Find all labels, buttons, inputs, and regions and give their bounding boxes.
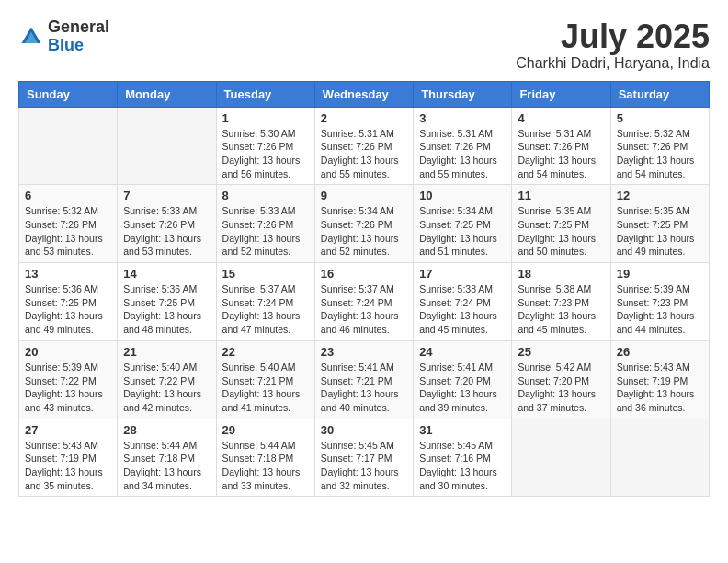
title-section: July 2025 Charkhi Dadri, Haryana, India [516,18,710,72]
day-info: Sunrise: 5:36 AMSunset: 7:25 PMDaylight:… [25,282,111,337]
calendar-cell: 21Sunrise: 5:40 AMSunset: 7:22 PMDayligh… [118,340,216,419]
calendar-cell: 14Sunrise: 5:36 AMSunset: 7:25 PMDayligh… [118,263,216,341]
day-number: 23 [321,345,407,359]
calendar-cell: 25Sunrise: 5:42 AMSunset: 7:20 PMDayligh… [512,340,610,419]
day-info: Sunrise: 5:43 AMSunset: 7:19 PMDaylight:… [617,361,703,415]
calendar-cell: 23Sunrise: 5:41 AMSunset: 7:21 PMDayligh… [314,340,413,419]
calendar-cell [512,419,610,497]
day-info: Sunrise: 5:33 AMSunset: 7:26 PMDaylight:… [222,204,309,259]
day-number: 6 [25,189,111,202]
calendar-cell: 24Sunrise: 5:41 AMSunset: 7:20 PMDayligh… [414,340,512,419]
day-info: Sunrise: 5:35 AMSunset: 7:25 PMDaylight:… [518,204,604,259]
day-info: Sunrise: 5:41 AMSunset: 7:21 PMDaylight:… [321,361,407,415]
calendar-cell: 5Sunrise: 5:32 AMSunset: 7:26 PMDaylight… [610,107,709,185]
logo: General Blue [18,18,109,55]
day-info: Sunrise: 5:42 AMSunset: 7:20 PMDaylight:… [518,361,604,415]
calendar-week-row: 6Sunrise: 5:32 AMSunset: 7:26 PMDaylight… [19,185,710,263]
calendar-cell: 6Sunrise: 5:32 AMSunset: 7:26 PMDaylight… [19,185,118,263]
day-info: Sunrise: 5:44 AMSunset: 7:18 PMDaylight:… [123,439,210,493]
calendar-cell: 22Sunrise: 5:40 AMSunset: 7:21 PMDayligh… [216,340,314,419]
day-number: 7 [123,189,210,202]
day-number: 17 [419,267,506,281]
day-number: 26 [617,345,703,359]
calendar-cell: 27Sunrise: 5:43 AMSunset: 7:19 PMDayligh… [19,419,118,497]
day-number: 10 [419,189,506,202]
calendar-week-row: 20Sunrise: 5:39 AMSunset: 7:22 PMDayligh… [19,340,710,419]
calendar-header-friday: Friday [512,81,610,107]
day-info: Sunrise: 5:43 AMSunset: 7:19 PMDaylight:… [25,439,111,493]
day-number: 27 [25,423,111,437]
day-number: 19 [617,267,703,281]
calendar-header-monday: Monday [118,81,216,107]
day-number: 24 [419,345,506,359]
calendar-cell: 26Sunrise: 5:43 AMSunset: 7:19 PMDayligh… [610,340,709,419]
day-info: Sunrise: 5:31 AMSunset: 7:26 PMDaylight:… [419,127,506,181]
calendar-cell [19,107,118,185]
day-info: Sunrise: 5:38 AMSunset: 7:23 PMDaylight:… [518,282,604,337]
day-info: Sunrise: 5:31 AMSunset: 7:26 PMDaylight:… [321,127,407,181]
day-number: 28 [123,423,210,437]
day-number: 2 [321,111,407,125]
calendar-cell: 9Sunrise: 5:34 AMSunset: 7:26 PMDaylight… [314,185,413,263]
calendar-cell: 18Sunrise: 5:38 AMSunset: 7:23 PMDayligh… [512,263,610,341]
day-number: 14 [123,267,210,281]
day-info: Sunrise: 5:35 AMSunset: 7:25 PMDaylight:… [617,204,703,259]
calendar-cell: 11Sunrise: 5:35 AMSunset: 7:25 PMDayligh… [512,185,610,263]
calendar-header-wednesday: Wednesday [314,81,413,107]
location-subtitle: Charkhi Dadri, Haryana, India [516,55,710,72]
day-number: 20 [25,345,111,359]
day-info: Sunrise: 5:34 AMSunset: 7:25 PMDaylight:… [419,204,506,259]
calendar-week-row: 27Sunrise: 5:43 AMSunset: 7:19 PMDayligh… [19,419,710,497]
day-info: Sunrise: 5:30 AMSunset: 7:26 PMDaylight:… [222,127,309,181]
day-number: 16 [321,267,407,281]
day-info: Sunrise: 5:36 AMSunset: 7:25 PMDaylight:… [123,282,210,337]
calendar-header-saturday: Saturday [610,81,709,107]
calendar-cell: 8Sunrise: 5:33 AMSunset: 7:26 PMDaylight… [216,185,314,263]
calendar-cell: 7Sunrise: 5:33 AMSunset: 7:26 PMDaylight… [118,185,216,263]
day-info: Sunrise: 5:40 AMSunset: 7:21 PMDaylight:… [222,361,309,415]
calendar-cell [118,107,216,185]
calendar-header-sunday: Sunday [19,81,118,107]
logo-general: General [48,17,109,36]
day-number: 12 [617,189,703,202]
calendar-header-thursday: Thursday [414,81,512,107]
day-info: Sunrise: 5:39 AMSunset: 7:22 PMDaylight:… [25,361,111,415]
logo-text: General Blue [48,18,109,55]
logo-icon [18,24,44,50]
page-header: General Blue July 2025 Charkhi Dadri, Ha… [18,18,710,72]
day-number: 29 [222,423,309,437]
day-number: 11 [518,189,604,202]
day-info: Sunrise: 5:38 AMSunset: 7:24 PMDaylight:… [419,282,506,337]
day-number: 22 [222,345,309,359]
day-info: Sunrise: 5:33 AMSunset: 7:26 PMDaylight:… [123,204,210,259]
day-number: 9 [321,189,407,202]
calendar-cell: 15Sunrise: 5:37 AMSunset: 7:24 PMDayligh… [216,263,314,341]
calendar-cell: 19Sunrise: 5:39 AMSunset: 7:23 PMDayligh… [610,263,709,341]
calendar-cell: 17Sunrise: 5:38 AMSunset: 7:24 PMDayligh… [414,263,512,341]
day-info: Sunrise: 5:39 AMSunset: 7:23 PMDaylight:… [617,282,703,337]
calendar-cell: 20Sunrise: 5:39 AMSunset: 7:22 PMDayligh… [19,340,118,419]
calendar-week-row: 13Sunrise: 5:36 AMSunset: 7:25 PMDayligh… [19,263,710,341]
calendar-cell: 4Sunrise: 5:31 AMSunset: 7:26 PMDaylight… [512,107,610,185]
day-info: Sunrise: 5:45 AMSunset: 7:17 PMDaylight:… [321,439,407,493]
day-number: 8 [222,189,309,202]
month-title: July 2025 [516,18,710,55]
logo-blue: Blue [48,36,84,54]
calendar-cell: 30Sunrise: 5:45 AMSunset: 7:17 PMDayligh… [314,419,413,497]
calendar-week-row: 1Sunrise: 5:30 AMSunset: 7:26 PMDaylight… [19,107,710,185]
day-number: 30 [321,423,407,437]
calendar-cell: 3Sunrise: 5:31 AMSunset: 7:26 PMDaylight… [414,107,512,185]
day-info: Sunrise: 5:37 AMSunset: 7:24 PMDaylight:… [321,282,407,337]
day-info: Sunrise: 5:40 AMSunset: 7:22 PMDaylight:… [123,361,210,415]
day-info: Sunrise: 5:37 AMSunset: 7:24 PMDaylight:… [222,282,309,337]
day-number: 18 [518,267,604,281]
day-number: 13 [25,267,111,281]
day-number: 15 [222,267,309,281]
calendar-cell: 29Sunrise: 5:44 AMSunset: 7:18 PMDayligh… [216,419,314,497]
day-info: Sunrise: 5:31 AMSunset: 7:26 PMDaylight:… [518,127,604,181]
day-number: 31 [419,423,506,437]
day-number: 25 [518,345,604,359]
day-number: 3 [419,111,506,125]
day-info: Sunrise: 5:44 AMSunset: 7:18 PMDaylight:… [222,439,309,493]
calendar-cell: 13Sunrise: 5:36 AMSunset: 7:25 PMDayligh… [19,263,118,341]
